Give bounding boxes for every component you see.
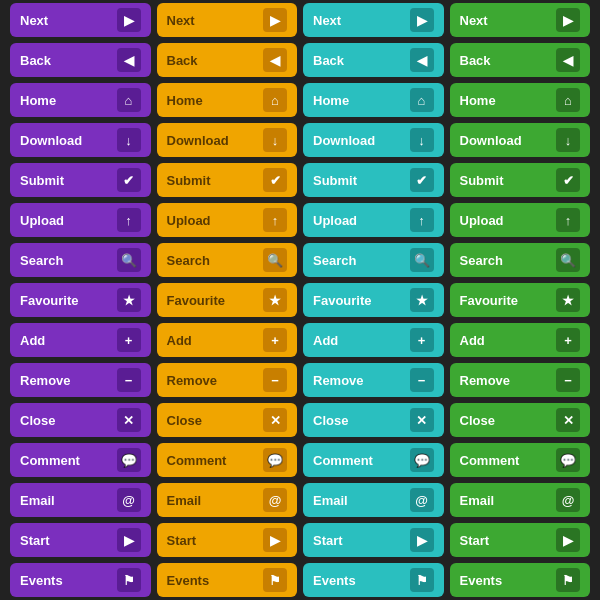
home-button-green[interactable]: Home⌂ bbox=[450, 83, 591, 117]
submit-label: Submit bbox=[167, 173, 264, 188]
flag-icon: ⚑ bbox=[410, 568, 434, 592]
comment-button-teal[interactable]: Comment💬 bbox=[303, 443, 444, 477]
download-label: Download bbox=[460, 133, 557, 148]
start-button-purple[interactable]: Start▶ bbox=[10, 523, 151, 557]
add-button-orange[interactable]: Add+ bbox=[157, 323, 298, 357]
remove-button-purple[interactable]: Remove− bbox=[10, 363, 151, 397]
back-button-purple[interactable]: Back◀ bbox=[10, 43, 151, 77]
play-icon: ▶ bbox=[410, 528, 434, 552]
chevron-right-icon: ▶ bbox=[410, 8, 434, 32]
search-button-orange[interactable]: Search🔍 bbox=[157, 243, 298, 277]
download-label: Download bbox=[313, 133, 410, 148]
submit-button-orange[interactable]: Submit✔ bbox=[157, 163, 298, 197]
chevron-left-icon: ◀ bbox=[556, 48, 580, 72]
back-button-green[interactable]: Back◀ bbox=[450, 43, 591, 77]
upload-label: Upload bbox=[167, 213, 264, 228]
download-button-teal[interactable]: Download↓ bbox=[303, 123, 444, 157]
favourite-label: Favourite bbox=[20, 293, 117, 308]
remove-button-green[interactable]: Remove− bbox=[450, 363, 591, 397]
remove-button-orange[interactable]: Remove− bbox=[157, 363, 298, 397]
next-label: Next bbox=[167, 13, 264, 28]
next-button-green[interactable]: Next▶ bbox=[450, 3, 591, 37]
comment-button-green[interactable]: Comment💬 bbox=[450, 443, 591, 477]
submit-button-green[interactable]: Submit✔ bbox=[450, 163, 591, 197]
chevron-left-icon: ◀ bbox=[263, 48, 287, 72]
download-button-purple[interactable]: Download↓ bbox=[10, 123, 151, 157]
close-button-green[interactable]: Close✕ bbox=[450, 403, 591, 437]
next-button-orange[interactable]: Next▶ bbox=[157, 3, 298, 37]
start-label: Start bbox=[167, 533, 264, 548]
favourite-button-purple[interactable]: Favourite★ bbox=[10, 283, 151, 317]
download-button-orange[interactable]: Download↓ bbox=[157, 123, 298, 157]
download-button-green[interactable]: Download↓ bbox=[450, 123, 591, 157]
check-icon: ✔ bbox=[556, 168, 580, 192]
upload-button-teal[interactable]: Upload↑ bbox=[303, 203, 444, 237]
upload-button-orange[interactable]: Upload↑ bbox=[157, 203, 298, 237]
play-icon: ▶ bbox=[117, 528, 141, 552]
email-button-green[interactable]: Email@ bbox=[450, 483, 591, 517]
favourite-label: Favourite bbox=[313, 293, 410, 308]
close-button-orange[interactable]: Close✕ bbox=[157, 403, 298, 437]
home-button-purple[interactable]: Home⌂ bbox=[10, 83, 151, 117]
upload-button-green[interactable]: Upload↑ bbox=[450, 203, 591, 237]
favourite-button-teal[interactable]: Favourite★ bbox=[303, 283, 444, 317]
at-icon: @ bbox=[556, 488, 580, 512]
home-label: Home bbox=[313, 93, 410, 108]
add-label: Add bbox=[460, 333, 557, 348]
events-label: Events bbox=[20, 573, 117, 588]
upload-icon: ↑ bbox=[117, 208, 141, 232]
email-label: Email bbox=[460, 493, 557, 508]
download-icon: ↓ bbox=[410, 128, 434, 152]
events-button-teal[interactable]: Events⚑ bbox=[303, 563, 444, 597]
home-button-teal[interactable]: Home⌂ bbox=[303, 83, 444, 117]
email-button-purple[interactable]: Email@ bbox=[10, 483, 151, 517]
add-button-green[interactable]: Add+ bbox=[450, 323, 591, 357]
add-label: Add bbox=[167, 333, 264, 348]
minus-icon: − bbox=[410, 368, 434, 392]
comment-button-orange[interactable]: Comment💬 bbox=[157, 443, 298, 477]
download-icon: ↓ bbox=[556, 128, 580, 152]
email-button-orange[interactable]: Email@ bbox=[157, 483, 298, 517]
start-button-teal[interactable]: Start▶ bbox=[303, 523, 444, 557]
close-button-purple[interactable]: Close✕ bbox=[10, 403, 151, 437]
submit-button-purple[interactable]: Submit✔ bbox=[10, 163, 151, 197]
start-button-green[interactable]: Start▶ bbox=[450, 523, 591, 557]
start-button-orange[interactable]: Start▶ bbox=[157, 523, 298, 557]
chevron-right-icon: ▶ bbox=[117, 8, 141, 32]
comment-button-purple[interactable]: Comment💬 bbox=[10, 443, 151, 477]
events-button-green[interactable]: Events⚑ bbox=[450, 563, 591, 597]
search-button-teal[interactable]: Search🔍 bbox=[303, 243, 444, 277]
email-button-teal[interactable]: Email@ bbox=[303, 483, 444, 517]
events-label: Events bbox=[167, 573, 264, 588]
upload-button-purple[interactable]: Upload↑ bbox=[10, 203, 151, 237]
home-button-orange[interactable]: Home⌂ bbox=[157, 83, 298, 117]
back-button-teal[interactable]: Back◀ bbox=[303, 43, 444, 77]
remove-label: Remove bbox=[313, 373, 410, 388]
flag-icon: ⚑ bbox=[263, 568, 287, 592]
next-button-purple[interactable]: Next▶ bbox=[10, 3, 151, 37]
submit-button-teal[interactable]: Submit✔ bbox=[303, 163, 444, 197]
events-button-purple[interactable]: Events⚑ bbox=[10, 563, 151, 597]
remove-button-teal[interactable]: Remove− bbox=[303, 363, 444, 397]
comment-label: Comment bbox=[460, 453, 557, 468]
search-label: Search bbox=[20, 253, 117, 268]
add-button-teal[interactable]: Add+ bbox=[303, 323, 444, 357]
search-button-purple[interactable]: Search🔍 bbox=[10, 243, 151, 277]
back-button-orange[interactable]: Back◀ bbox=[157, 43, 298, 77]
favourite-button-orange[interactable]: Favourite★ bbox=[157, 283, 298, 317]
add-button-purple[interactable]: Add+ bbox=[10, 323, 151, 357]
search-label: Search bbox=[167, 253, 264, 268]
plus-icon: + bbox=[556, 328, 580, 352]
email-label: Email bbox=[167, 493, 264, 508]
favourite-label: Favourite bbox=[460, 293, 557, 308]
next-button-teal[interactable]: Next▶ bbox=[303, 3, 444, 37]
comment-icon: 💬 bbox=[556, 448, 580, 472]
favourite-button-green[interactable]: Favourite★ bbox=[450, 283, 591, 317]
comment-icon: 💬 bbox=[263, 448, 287, 472]
events-button-orange[interactable]: Events⚑ bbox=[157, 563, 298, 597]
at-icon: @ bbox=[410, 488, 434, 512]
email-label: Email bbox=[313, 493, 410, 508]
search-button-green[interactable]: Search🔍 bbox=[450, 243, 591, 277]
at-icon: @ bbox=[117, 488, 141, 512]
close-button-teal[interactable]: Close✕ bbox=[303, 403, 444, 437]
